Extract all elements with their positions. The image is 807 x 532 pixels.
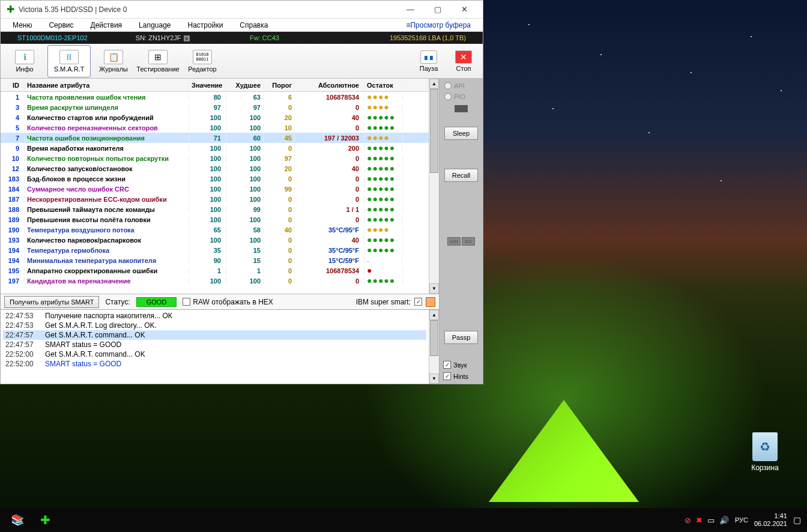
table-scrollbar[interactable]: ▲ ▼: [429, 79, 439, 294]
recall-button[interactable]: Recall: [444, 169, 478, 182]
sleep-button[interactable]: Sleep: [444, 127, 478, 140]
smart-table-header: ID Название атрибута Значение Худшее Пор…: [1, 79, 429, 92]
scroll-thumb[interactable]: [430, 89, 438, 173]
scroll-up-icon[interactable]: ▲: [429, 79, 439, 89]
taskbar-language[interactable]: РУС: [735, 516, 748, 524]
device-serial: SN: ZN1HY2JFx: [100, 34, 214, 41]
table-row[interactable]: 197Кандидатов на переназначение10010000●…: [1, 276, 429, 286]
table-row[interactable]: 187Нескорректированные ECC-кодом ошибки1…: [1, 194, 429, 204]
smart-table: ID Название атрибута Значение Худшее Пор…: [1, 79, 429, 294]
app-window: ✚ Victoria 5.35 HDD/SSD | Device 0 — ▢ ✕…: [0, 0, 483, 384]
tray-icon-1[interactable]: ⊘: [685, 516, 691, 525]
log-scroll-thumb[interactable]: [430, 320, 438, 356]
table-row[interactable]: 193Количество парковок/распарковок100100…: [1, 235, 429, 245]
tray-icon-2[interactable]: ✖: [696, 516, 703, 525]
col-id-header[interactable]: ID: [1, 82, 25, 89]
device-info-strip: ST1000DM010-2EP102 SN: ZN1HY2JFx Fw: CC4…: [1, 32, 483, 44]
menu-bar: Меню Сервис Действия Language Настройки …: [1, 19, 483, 32]
pio-radio[interactable]: PIO: [442, 93, 480, 100]
table-row[interactable]: 188Превышений таймаута после команды1009…: [1, 204, 429, 214]
titlebar[interactable]: ✚ Victoria 5.35 HDD/SSD | Device 0 — ▢ ✕: [1, 1, 483, 19]
recycle-label: Корзина: [744, 464, 786, 472]
ibm-color-box[interactable]: [426, 297, 435, 307]
scroll-down-icon[interactable]: ▼: [429, 283, 439, 294]
table-row[interactable]: 184Суммарное число ошибок CRC100100990●●…: [1, 184, 429, 194]
col-thresh-header[interactable]: Порог: [264, 82, 295, 89]
pause-button[interactable]: ∎∎ Пауза: [412, 45, 446, 77]
log-row[interactable]: 22:47:53Получение паспорта накопителя...…: [3, 311, 426, 321]
log-row[interactable]: 22:52:00Get S.M.A.R.T. command... OK: [3, 349, 426, 359]
notifications-icon[interactable]: ▢: [793, 515, 801, 525]
menu-settings[interactable]: Настройки: [180, 21, 232, 29]
hints-checkbox-row[interactable]: ✓Hints: [442, 372, 480, 380]
table-row[interactable]: 4Количество стартов или пробуждений10010…: [1, 112, 429, 122]
table-row[interactable]: 195Аппаратно скорректированные ошибки110…: [1, 265, 429, 276]
clock-time: 1:41: [754, 512, 787, 520]
table-row[interactable]: 183Бэд-блоков в процессе жизни10010000●●…: [1, 174, 429, 184]
log-scroll-up-icon[interactable]: ▲: [429, 310, 439, 320]
tray-volume-icon[interactable]: 🔊: [719, 516, 729, 525]
tab-smart[interactable]: ||| S.M.A.R.T: [47, 45, 91, 77]
taskbar-app-victoria[interactable]: ✚: [34, 509, 56, 531]
maximize-button[interactable]: ▢: [424, 1, 451, 18]
log-row[interactable]: 22:47:57Get S.M.A.R.T. command... OK: [3, 330, 426, 340]
ibm-checkbox[interactable]: ✓: [414, 298, 422, 306]
get-smart-button[interactable]: Получить атрибуты SMART: [4, 296, 99, 308]
sound-checkbox-row[interactable]: ✓Звук: [442, 361, 480, 369]
table-row[interactable]: 12Количество запусков/остановок100100204…: [1, 163, 429, 174]
taskbar[interactable]: 📚 ✚ ⊘ ✖ ▭ 🔊 РУС 1:41 06.02.2021 ▢: [0, 508, 807, 532]
log-scroll-down-icon[interactable]: ▼: [429, 373, 439, 384]
hex-checkbox[interactable]: [183, 298, 190, 306]
taskbar-app-winrar[interactable]: 📚: [6, 509, 29, 531]
log-row[interactable]: 22:52:00SMART status = GOOD: [3, 359, 426, 369]
table-row[interactable]: 9Время наработки накопителя1001000200●●●…: [1, 143, 429, 153]
log-row[interactable]: 22:47:53Get S.M.A.R.T. Log directory... …: [3, 321, 426, 330]
pause-label: Пауза: [420, 65, 438, 72]
side-panel: API PIO Sleep Recall WR RD Passp ✓Звук ✓…: [440, 79, 483, 384]
table-row[interactable]: 189Превышения высоты полёта головки10010…: [1, 214, 429, 225]
log-scrollbar[interactable]: ▲ ▼: [429, 310, 439, 384]
smart-icon: |||: [59, 50, 79, 64]
tab-journals[interactable]: 📋 Журналы: [92, 45, 135, 77]
close-button[interactable]: ✕: [451, 1, 478, 18]
api-radio[interactable]: API: [442, 82, 480, 89]
recycle-bin[interactable]: ♻ Корзина: [744, 432, 786, 472]
log-row[interactable]: 22:47:57SMART status = GOOD: [3, 340, 426, 349]
device-lba: 1953525168 LBA (1,0 TB): [378, 34, 478, 41]
menu-service[interactable]: Сервис: [40, 21, 82, 29]
col-value-header[interactable]: Значение: [189, 82, 226, 89]
menu-buffer-view[interactable]: ≡ Просмотр буфера: [397, 21, 479, 29]
table-row[interactable]: 3Время раскрутки шпинделя979700●●●●: [1, 102, 429, 112]
table-row[interactable]: 10Количество повторных попыток раскрутки…: [1, 153, 429, 163]
passp-button[interactable]: Passp: [444, 331, 478, 344]
device-firmware: Fw: CC43: [214, 34, 303, 41]
toolbar: ℹ Инфо ||| S.M.A.R.T 📋 Журналы ⊞ Тестиро…: [1, 44, 483, 79]
col-worst-header[interactable]: Худшее: [226, 82, 264, 89]
table-row[interactable]: 190Температура воздушного потока65584035…: [1, 225, 429, 235]
tab-editor[interactable]: 0101000011 Редактор: [181, 45, 224, 77]
activity-led: [455, 105, 468, 112]
menu-main[interactable]: Меню: [4, 21, 40, 29]
col-health-header[interactable]: Остаток: [364, 82, 403, 89]
menu-actions[interactable]: Действия: [82, 21, 131, 29]
taskbar-clock[interactable]: 1:41 06.02.2021: [754, 512, 787, 528]
test-icon: ⊞: [148, 50, 168, 64]
sn-close-icon[interactable]: x: [184, 35, 190, 41]
table-row[interactable]: 5Количество переназначенных секторов1001…: [1, 122, 429, 133]
log-panel: 22:47:53Получение паспорта накопителя...…: [1, 309, 439, 384]
menu-language[interactable]: Language: [130, 21, 179, 29]
col-name-header[interactable]: Название атрибута: [25, 82, 189, 89]
table-row[interactable]: 194Температура гермоблока3515035°C/95°F●…: [1, 245, 429, 255]
menu-help[interactable]: Справка: [231, 21, 276, 29]
table-row[interactable]: 7Частота ошибок позиционирования71604519…: [1, 133, 429, 143]
stop-button[interactable]: ✕ Стоп: [447, 45, 480, 77]
tab-info[interactable]: ℹ Инфо: [3, 45, 46, 77]
system-tray[interactable]: ⊘ ✖ ▭ 🔊: [685, 516, 729, 525]
table-row[interactable]: 194Минимальная температура накопителя901…: [1, 255, 429, 265]
tray-network-icon[interactable]: ▭: [707, 516, 715, 525]
tab-test[interactable]: ⊞ Тестирование: [136, 45, 180, 77]
col-abs-header[interactable]: Абсолютное: [295, 82, 364, 89]
table-row[interactable]: 1Частота проявления ошибок чтения8063610…: [1, 92, 429, 102]
tab-smart-label: S.M.A.R.T: [54, 65, 85, 73]
minimize-button[interactable]: —: [397, 1, 424, 18]
